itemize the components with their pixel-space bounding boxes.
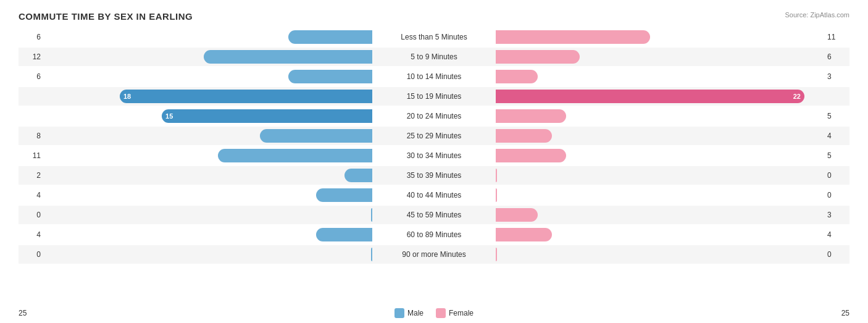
legend-female-label: Female [449,309,474,317]
chart-row: 4 40 to 44 Minutes 0 [19,186,849,204]
male-bar-container [43,169,372,182]
male-bar-label: 15 [162,112,173,120]
chart-row: 8 25 to 29 Minutes 4 [19,127,849,145]
male-bar: 15 [162,109,372,123]
legend-male-box [394,308,404,318]
chart-row: 18 15 to 19 Minutes 22 [19,87,849,106]
female-value: 4 [825,230,849,239]
female-bar-container [496,149,825,162]
chart-row: 15 20 to 24 Minutes 5 [19,107,849,125]
male-bar-container [43,248,372,261]
female-bar-container [496,188,825,202]
female-bar-container [496,169,825,182]
male-bar-container [43,129,372,143]
female-bar [496,248,497,261]
female-value: 0 [825,250,849,259]
male-bar-label: 18 [120,93,131,100]
female-bar-container [496,129,825,143]
male-bar-container [43,208,372,222]
male-bar-container [43,70,372,83]
female-bar-container: 22 [496,90,825,103]
row-label: 20 to 24 Minutes [372,112,496,120]
legend-male-label: Male [407,309,424,317]
male-value: 2 [19,171,43,180]
male-bar [288,30,372,44]
footer-right-value: 25 [825,309,849,317]
row-label: 45 to 59 Minutes [372,211,496,219]
male-bar [316,188,372,202]
legend-female: Female [436,308,474,318]
female-bar-container [496,109,825,123]
bars-area: 6 Less than 5 Minutes 11 12 5 to 9 [19,28,849,281]
female-bar [496,109,566,123]
female-bar-container [496,50,825,64]
male-value: 0 [19,250,43,259]
female-bar [496,169,497,182]
chart-footer: 25 Male Female 25 [0,308,868,318]
male-bar-container [43,228,372,241]
chart-row: 11 30 to 34 Minutes 5 [19,146,849,165]
female-bar [496,208,538,222]
female-bar [496,30,650,44]
male-value: 6 [19,72,43,81]
female-bar-container [496,208,825,222]
female-value: 11 [825,33,849,41]
footer-left-value: 25 [19,309,43,317]
female-bar [496,50,580,64]
row-label: 15 to 19 Minutes [372,92,496,101]
male-value: 0 [19,211,43,219]
female-value: 0 [825,171,849,180]
female-bar-container [496,248,825,261]
male-bar-container [43,50,372,64]
female-value: 5 [825,151,849,160]
chart-row: 4 60 to 89 Minutes 4 [19,225,849,244]
female-bar-container [496,228,825,241]
chart-row: 2 35 to 39 Minutes 0 [19,166,849,185]
female-bar [496,149,566,162]
male-bar: 18 [120,90,372,103]
female-bar: 22 [496,90,804,103]
female-bar [496,188,497,202]
male-value: 8 [19,132,43,140]
male-bar [316,228,372,241]
male-value: 4 [19,230,43,239]
male-bar [204,50,372,64]
legend-female-box [436,308,446,318]
male-bar-container [43,30,372,44]
row-label: 10 to 14 Minutes [372,72,496,81]
male-value: 4 [19,191,43,199]
female-value: 3 [825,72,849,81]
chart-row: 6 10 to 14 Minutes 3 [19,67,849,86]
male-bar-container [43,188,372,202]
female-bar [496,70,538,83]
source-label: Source: ZipAtlas.com [785,11,849,19]
female-bar [496,228,552,241]
chart-title: COMMUTE TIME BY SEX IN EARLING [19,11,849,22]
male-bar-container: 15 [43,109,372,123]
legend: Male Female [394,308,474,318]
row-label: 60 to 89 Minutes [372,230,496,239]
male-bar-container: 18 [43,90,372,103]
female-value: 3 [825,211,849,219]
row-label: 30 to 34 Minutes [372,151,496,160]
row-label: 35 to 39 Minutes [372,171,496,180]
male-bar [288,70,372,83]
chart-row: 0 90 or more Minutes 0 [19,245,849,264]
female-bar-label: 22 [793,93,804,100]
female-value: 4 [825,132,849,140]
row-label: 40 to 44 Minutes [372,191,496,199]
male-value: 12 [19,52,43,61]
male-bar [218,149,372,162]
chart-container: COMMUTE TIME BY SEX IN EARLING Source: Z… [0,0,868,323]
chart-row: 0 45 to 59 Minutes 3 [19,206,849,224]
female-value: 6 [825,52,849,61]
male-bar-container [43,149,372,162]
row-label: 25 to 29 Minutes [372,132,496,140]
female-value: 0 [825,191,849,199]
row-label: Less than 5 Minutes [372,33,496,41]
female-bar [496,129,552,143]
female-bar-container [496,30,825,44]
legend-male: Male [394,308,424,318]
row-label: 5 to 9 Minutes [372,52,496,61]
female-bar-container [496,70,825,83]
